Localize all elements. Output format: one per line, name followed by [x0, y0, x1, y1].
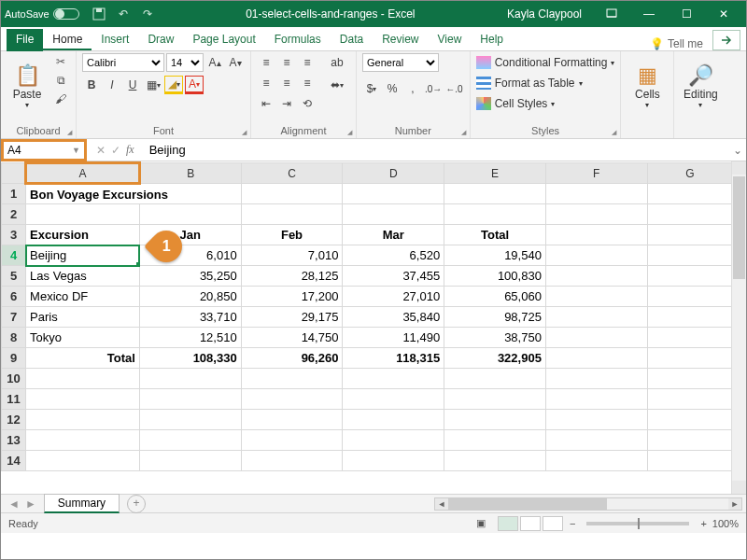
zoom-level[interactable]: 100% [712, 518, 739, 529]
cell[interactable]: 38,750 [444, 328, 546, 348]
user-name[interactable]: Kayla Claypool [507, 7, 582, 21]
name-box[interactable]: A4 ▼ [1, 139, 87, 161]
underline-button[interactable]: U [123, 76, 142, 94]
conditional-formatting-button[interactable]: Conditional Formatting▾ [476, 53, 615, 72]
cells-button[interactable]: ▦Cells▾ [627, 53, 668, 119]
tab-help[interactable]: Help [471, 29, 513, 50]
zoom-in-button[interactable]: + [700, 518, 706, 529]
align-bottom-button[interactable]: ≡ [298, 53, 317, 72]
cell[interactable]: 20,850 [139, 287, 241, 307]
cell[interactable]: 108,330 [139, 348, 241, 369]
tab-insert[interactable]: Insert [92, 29, 138, 50]
row-header[interactable]: 6 [2, 287, 26, 307]
tab-home[interactable]: Home [43, 29, 92, 50]
alignment-group-label[interactable]: Alignment [257, 125, 350, 138]
zoom-slider[interactable] [586, 522, 689, 525]
autosave-toggle[interactable]: AutoSave [5, 8, 79, 20]
formula-bar[interactable]: Beijing [144, 143, 729, 157]
row-header[interactable]: 2 [2, 204, 26, 225]
orientation-button[interactable]: ⟲ [298, 94, 317, 113]
row-header[interactable]: 7 [2, 307, 26, 328]
tab-scroll-left-button[interactable]: ◄ [8, 497, 20, 511]
cell[interactable]: 118,315 [343, 348, 444, 369]
cut-button[interactable]: ✂ [51, 53, 70, 70]
cell[interactable]: Bon Voyage Excursions [26, 184, 242, 204]
row-header[interactable]: 9 [2, 348, 26, 369]
font-name-select[interactable]: Calibri [82, 53, 164, 72]
cell[interactable]: 7,010 [241, 245, 343, 266]
align-left-button[interactable]: ≡ [257, 74, 275, 92]
copy-button[interactable]: ⧉ [51, 72, 70, 89]
row-header[interactable]: 13 [2, 430, 26, 451]
row-header[interactable]: 14 [2, 451, 26, 471]
cell[interactable]: 17,200 [241, 287, 343, 307]
cell[interactable]: 19,540 [444, 245, 546, 266]
expand-formula-bar-button[interactable]: ⌄ [729, 144, 746, 157]
increase-indent-button[interactable]: ⇥ [277, 94, 296, 113]
hscroll-thumb[interactable] [448, 498, 607, 510]
cell-a4-selected[interactable]: Beijing [26, 245, 140, 266]
col-header-f[interactable]: F [545, 163, 647, 184]
spreadsheet-grid[interactable]: A B C D E F G 1Bon Voyage Excursions 2 3… [1, 161, 746, 494]
horizontal-scrollbar[interactable]: ◄ ► [434, 497, 742, 511]
row-header[interactable]: 10 [2, 369, 26, 389]
col-header-g[interactable]: G [647, 163, 732, 184]
normal-view-button[interactable] [498, 516, 518, 531]
share-button[interactable] [712, 30, 740, 50]
border-button[interactable]: ▦▾ [144, 76, 162, 94]
minimize-button[interactable]: — [630, 1, 668, 27]
bold-button[interactable]: B [82, 76, 101, 94]
cell[interactable]: 6,520 [343, 245, 444, 266]
wrap-text-button[interactable]: ab [324, 53, 350, 72]
row-header[interactable]: 8 [2, 328, 26, 348]
cell[interactable]: Total [26, 348, 140, 369]
cell[interactable]: 96,260 [241, 348, 343, 369]
maximize-button[interactable]: ☐ [668, 1, 705, 27]
row-header[interactable]: 4 [2, 245, 26, 266]
accounting-format-button[interactable]: $▾ [362, 79, 381, 98]
cell[interactable]: 35,250 [139, 266, 241, 287]
comma-format-button[interactable]: , [403, 79, 422, 98]
percent-format-button[interactable]: % [383, 79, 402, 98]
cell[interactable]: Mar [343, 225, 444, 245]
cell[interactable]: 33,710 [139, 307, 241, 328]
merge-center-button[interactable]: ⬌▾ [324, 76, 350, 94]
cell[interactable]: 37,455 [343, 266, 444, 287]
col-header-d[interactable]: D [343, 163, 444, 184]
cell[interactable]: 14,750 [241, 328, 343, 348]
tab-view[interactable]: View [429, 29, 472, 50]
save-icon[interactable] [89, 4, 109, 24]
cell[interactable]: 98,725 [444, 307, 546, 328]
cell[interactable]: 11,490 [343, 328, 444, 348]
cell[interactable]: 100,830 [444, 266, 546, 287]
format-as-table-button[interactable]: Format as Table▾ [476, 74, 615, 92]
close-button[interactable]: ✕ [705, 1, 742, 27]
undo-icon[interactable]: ↶ [113, 4, 134, 24]
tab-scroll-right-button[interactable]: ► [25, 497, 36, 511]
select-all-button[interactable] [2, 163, 26, 184]
cell[interactable]: Feb [241, 225, 343, 245]
cell[interactable]: 322,905 [444, 348, 546, 369]
cell[interactable]: Las Vegas [26, 266, 140, 287]
number-group-label[interactable]: Number [362, 125, 464, 138]
tab-data[interactable]: Data [331, 29, 373, 50]
fill-color-button[interactable]: ◢▾ [164, 76, 183, 94]
vertical-scrollbar[interactable]: ▲ ▼ [731, 161, 746, 494]
enter-formula-icon[interactable]: ✓ [111, 144, 120, 157]
scroll-down-button[interactable]: ▼ [732, 481, 746, 494]
align-right-button[interactable]: ≡ [298, 74, 317, 92]
align-center-button[interactable]: ≡ [277, 74, 296, 92]
cell[interactable]: 35,840 [343, 307, 444, 328]
scroll-up-button[interactable]: ▲ [732, 161, 746, 175]
number-format-select[interactable]: General [362, 53, 439, 72]
increase-font-button[interactable]: A▴ [205, 53, 224, 72]
row-header[interactable]: 3 [2, 225, 26, 245]
col-header-a[interactable]: A [26, 163, 140, 184]
redo-icon[interactable]: ↷ [137, 4, 158, 24]
cancel-formula-icon[interactable]: ✕ [96, 144, 106, 157]
column-headers[interactable]: A B C D E F G [2, 163, 733, 184]
styles-group-label[interactable]: Styles [476, 125, 615, 138]
cell[interactable]: Mexico DF [26, 287, 140, 307]
new-sheet-button[interactable]: + [127, 495, 146, 513]
paste-button[interactable]: 📋 Paste ▾ [7, 53, 48, 119]
